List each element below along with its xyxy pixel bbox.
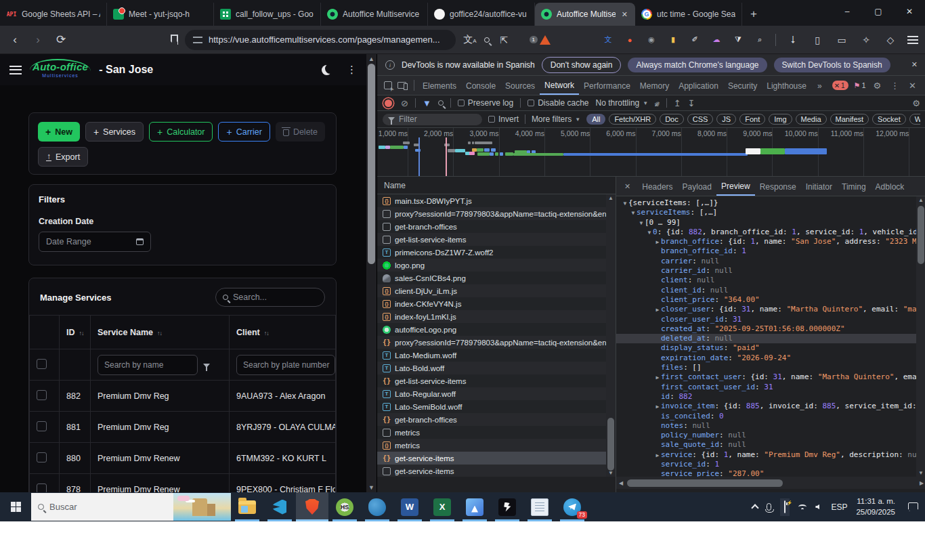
clock[interactable]: 11:31 a. m. 25/09/2025 — [856, 496, 895, 517]
detail-tab-preview[interactable]: Preview — [716, 177, 755, 196]
network-request-row[interactable]: T primeicons-DsZ1W7-Z.woff2 — [377, 246, 616, 259]
table-row[interactable]: 878 Premium Dmv Renew 9PEX800 - Christia… — [30, 474, 336, 493]
table-row[interactable]: 882 Premium Dmv Reg 9AUA973 - Alex Arago… — [30, 381, 336, 412]
taskbar-app-pgadmin[interactable] — [361, 492, 393, 521]
json-tree-line[interactable]: first_contact_user_id: 31 — [616, 383, 925, 392]
filter-chip-fetchxhr[interactable]: Fetch/XHR — [609, 114, 656, 125]
app-menu-icon[interactable] — [9, 66, 22, 74]
filter-chip-js[interactable]: JS — [716, 114, 736, 125]
vpn-shield-icon[interactable]: ◇ — [883, 35, 898, 45]
json-tree-line[interactable]: files: [] — [616, 363, 925, 372]
scroll-down-icon[interactable]: ▼ — [366, 484, 377, 491]
taskbar-app-word[interactable]: W — [393, 492, 426, 521]
detail-tab-adblock[interactable]: Adblock — [871, 178, 909, 195]
wallet-icon[interactable]: ▭ — [834, 35, 849, 45]
json-tree-line[interactable]: closer_user_id: 31 — [616, 315, 925, 324]
browser-menu-icon[interactable] — [907, 36, 918, 44]
browser-tab[interactable]: goffice24/autoffice-vu — [428, 3, 535, 26]
json-tree-line[interactable]: ▶service: {id: 1, name: "Premium Dmv Reg… — [616, 450, 925, 460]
tree-closed-arrow-icon[interactable]: ▶ — [654, 451, 661, 460]
filter-chip-media[interactable]: Media — [796, 114, 827, 125]
network-request-row[interactable]: T Lato-Medium.woff — [377, 349, 616, 362]
json-tree-line[interactable]: ▶invoice_item: {id: 885, invoice_id: 885… — [616, 402, 925, 411]
back-button[interactable]: ‹ — [7, 33, 23, 47]
json-tree-line[interactable]: id: 882 — [616, 392, 925, 402]
cloud-extension-icon[interactable]: ☁ — [710, 34, 723, 46]
detail-tab-response[interactable]: Response — [755, 178, 801, 195]
sidebar-icon[interactable]: ▯ — [810, 35, 825, 45]
network-request-row[interactable]: {} index-CKfeVY4N.js — [377, 297, 616, 310]
notification-center-icon[interactable] — [908, 502, 918, 511]
new-tab-button[interactable]: + — [745, 5, 762, 23]
table-row[interactable]: 880 Premium Dmv Renew 6TMM392 - KO KURT … — [30, 443, 336, 474]
network-overview-timeline[interactable]: 1,000 ms2,000 ms3,000 ms4,000 ms5,000 ms… — [377, 128, 925, 177]
devtools-tab-sources[interactable]: Sources — [500, 77, 540, 94]
detail-tab-initiator[interactable]: Initiator — [801, 178, 837, 195]
tree-closed-arrow-icon[interactable]: ▶ — [654, 373, 661, 383]
zoom-icon[interactable] — [484, 37, 490, 43]
column-client[interactable]: Client↑↓ — [230, 316, 336, 349]
network-request-row[interactable]: {} get-service-items — [377, 452, 616, 465]
table-row[interactable]: 881 Premium Dmv Reg 8YRJ979 - OLAYA CULM… — [30, 412, 336, 443]
clear-icon[interactable]: ⊘ — [401, 98, 408, 108]
throttling-select[interactable]: No throttling▼ — [596, 98, 649, 108]
devtools-tab-application[interactable]: Application — [674, 77, 723, 94]
row-checkbox[interactable] — [37, 483, 47, 493]
wifi-icon[interactable] — [798, 504, 806, 509]
filter-chip-font[interactable]: Font — [739, 114, 765, 125]
filter-chip-wasm[interactable]: Wasm — [909, 114, 920, 125]
name-filter-input[interactable]: Search by name — [98, 355, 198, 375]
detail-tab-headers[interactable]: Headers — [637, 178, 677, 195]
more-filters-select[interactable]: More filters▼ — [532, 114, 580, 124]
json-tree-line[interactable]: client_price: "364.00" — [616, 295, 925, 305]
filter-funnel-icon[interactable] — [203, 364, 210, 368]
browser-tab[interactable]: Autoffice Multise ✕ — [535, 3, 635, 26]
tree-open-arrow-icon[interactable]: ▼ — [646, 228, 653, 238]
disable-cache-checkbox[interactable]: Disable cache — [528, 98, 588, 108]
console-error-badge[interactable]: ✕1 — [832, 81, 848, 90]
network-request-row[interactable]: {} index-foyL1mKl.js — [377, 310, 616, 323]
filter-chip-doc[interactable]: Doc — [660, 114, 684, 125]
network-search-icon[interactable] — [438, 100, 444, 106]
column-service-name[interactable]: Service Name↑↓ — [91, 316, 230, 349]
scroll-up-icon[interactable]: ▲ — [366, 56, 377, 62]
hidden-icons-icon[interactable] — [752, 504, 759, 511]
network-request-row[interactable]: logo.png — [377, 259, 616, 272]
taskbar-app-notepad[interactable] — [523, 492, 556, 521]
network-request-row[interactable]: {} get-list-service-items — [377, 374, 616, 387]
address-bar[interactable]: https://vue.autofficemultiservices.com/p… — [185, 30, 456, 50]
json-tree-line[interactable]: expiration_date: "2026-09-24" — [616, 353, 925, 363]
issues-badge[interactable]: ⚑1 — [854, 81, 866, 90]
select-all-checkbox[interactable] — [37, 359, 47, 369]
preserve-log-checkbox[interactable]: Preserve log — [458, 98, 513, 108]
column-id[interactable]: ID↑↓ — [60, 316, 91, 349]
translate-extension-icon[interactable]: 文 — [602, 34, 614, 46]
inspect-element-icon[interactable] — [384, 81, 392, 89]
devtools-tab-memory[interactable]: Memory — [635, 77, 674, 94]
match-language-button[interactable]: Always match Chrome's language — [628, 58, 767, 72]
app-options-icon[interactable]: ⋮ — [347, 64, 357, 76]
network-request-row[interactable]: T Lato-SemiBold.woff — [377, 400, 616, 413]
json-tree-line[interactable]: ▼[0 … 99] — [616, 218, 925, 228]
devtools-menu-icon[interactable]: ⋮ — [890, 81, 899, 91]
preview-vscrollbar-thumb[interactable] — [918, 206, 924, 264]
preview-horizontal-scrollbar[interactable]: ◀ ▶ — [616, 477, 925, 489]
start-button[interactable] — [0, 492, 31, 521]
translate-icon[interactable]: 文A — [462, 34, 477, 46]
browser-tab[interactable]: call_follow_ups - Goo — [214, 3, 321, 26]
network-filter-input[interactable]: Filter — [383, 114, 482, 125]
json-tree-line[interactable]: service_id: 1 — [616, 460, 925, 469]
search-box-extension-icon[interactable]: ⌕ — [754, 34, 766, 46]
taskbar-app-telegram[interactable]: 73 — [556, 492, 588, 521]
json-tree-line[interactable]: sale_quote_id: null — [616, 440, 925, 450]
taskbar-app-excel[interactable]: X — [426, 492, 458, 521]
services-search-input[interactable]: Search... — [215, 288, 325, 307]
banner-close-icon[interactable]: ✕ — [911, 60, 918, 69]
tree-open-arrow-icon[interactable]: ▼ — [622, 199, 628, 209]
detail-tab-payload[interactable]: Payload — [678, 178, 716, 195]
json-tree-line[interactable]: ▼0: {id: 882, branch_office_id: 1, servi… — [616, 228, 925, 237]
shield-extension-icon[interactable]: ◉ — [645, 34, 658, 46]
minimize-button[interactable]: – — [832, 0, 863, 23]
plate-filter-input[interactable]: Search by plate number — [236, 355, 335, 375]
more-panels-icon[interactable]: » — [813, 77, 827, 94]
